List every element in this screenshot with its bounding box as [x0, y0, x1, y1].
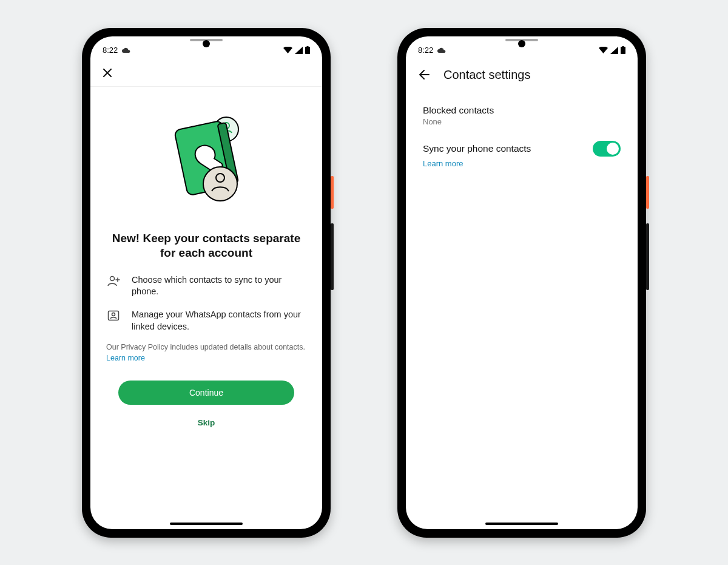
- settings-list: Blocked contacts None Sync your phone co…: [406, 89, 638, 184]
- close-icon[interactable]: [101, 67, 116, 81]
- wifi-icon: [283, 47, 292, 54]
- continue-button[interactable]: Continue: [118, 381, 294, 405]
- signal-icon: [610, 47, 618, 54]
- phone-mockup-2: 8:22 Contact settings: [397, 28, 646, 538]
- svg-point-10: [112, 313, 115, 316]
- phone-mockup-1: 8:22: [82, 28, 331, 538]
- bullet-1-text: Choose which contacts to sync to your ph…: [132, 274, 305, 298]
- cloud-icon: [437, 47, 447, 53]
- wifi-icon: [599, 47, 608, 54]
- cloud-icon: [121, 47, 131, 53]
- power-button: [646, 176, 649, 209]
- policy-body: Our Privacy Policy includes updated deta…: [106, 343, 305, 351]
- bullet-1: Choose which contacts to sync to your ph…: [106, 274, 306, 298]
- skip-button[interactable]: Skip: [190, 413, 223, 432]
- page-title: Contact settings: [443, 68, 530, 82]
- volume-button: [331, 223, 334, 290]
- learn-more-link[interactable]: Learn more: [106, 354, 145, 362]
- svg-rect-12: [622, 46, 624, 47]
- privacy-policy-text: Our Privacy Policy includes updated deta…: [106, 342, 306, 364]
- camera-hole: [518, 40, 525, 47]
- gesture-bar: [90, 518, 322, 529]
- person-add-icon: [107, 274, 121, 298]
- bullet-2: Manage your WhatsApp contacts from your …: [106, 309, 306, 333]
- bullet-2-text: Manage your WhatsApp contacts from your …: [132, 309, 305, 333]
- battery-icon: [621, 46, 625, 54]
- back-icon[interactable]: [417, 68, 430, 81]
- svg-rect-11: [621, 47, 625, 54]
- status-time: 8:22: [103, 46, 118, 55]
- gesture-bar: [406, 518, 638, 529]
- blocked-contacts-row[interactable]: Blocked contacts None: [419, 98, 624, 134]
- blocked-contacts-label: Blocked contacts: [423, 105, 621, 116]
- camera-hole: [203, 40, 210, 47]
- sync-contacts-label: Sync your phone contacts: [423, 143, 531, 154]
- sync-contacts-toggle[interactable]: [593, 141, 621, 157]
- page-header: Contact settings: [406, 61, 638, 89]
- sync-contacts-row: Sync your phone contacts Learn more: [419, 134, 624, 175]
- contact-card-icon: [107, 309, 121, 333]
- feature-title: New! Keep your contacts separate for eac…: [106, 231, 306, 261]
- blocked-contacts-value: None: [423, 117, 621, 126]
- top-bar: [90, 61, 322, 86]
- screen-1: 8:22: [90, 36, 322, 529]
- volume-button: [646, 223, 649, 290]
- svg-point-6: [203, 167, 237, 201]
- contacts-illustration: [155, 111, 258, 220]
- screen-2: 8:22 Contact settings: [406, 36, 638, 529]
- learn-more-link[interactable]: Learn more: [423, 159, 621, 168]
- svg-rect-0: [305, 47, 310, 54]
- svg-rect-1: [307, 46, 309, 47]
- svg-point-8: [110, 276, 115, 280]
- power-button: [331, 176, 334, 209]
- status-time: 8:22: [418, 46, 433, 55]
- signal-icon: [295, 47, 303, 54]
- battery-icon: [305, 46, 310, 54]
